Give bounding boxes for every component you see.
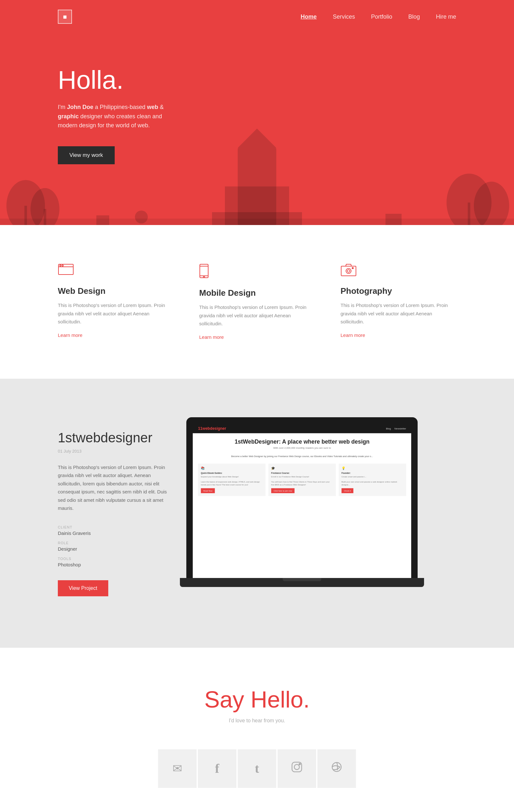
hero-section: Holla. I'm John Doe a Philippines-based … xyxy=(0,0,514,225)
web-design-title: Web Design xyxy=(58,286,174,296)
svg-point-30 xyxy=(299,763,300,765)
wd-card-3-desc: Create smart and passive i... xyxy=(341,475,403,478)
client-value: Dainis Graveris xyxy=(58,530,167,536)
navigation: ■ Home Services Portfolio Blog Hire me xyxy=(0,0,514,33)
wd-card-2-desc: Enroll in our Freelance Web Design Cours… xyxy=(271,475,333,478)
services-section: Web Design This is Photoshop's version o… xyxy=(0,225,514,379)
web-design-desc: This is Photoshop's version of Lorem Ips… xyxy=(58,301,174,326)
svg-point-18 xyxy=(62,265,63,266)
nav-logo[interactable]: ■ xyxy=(58,10,72,24)
wd-card-1-title: Quick Ebook Guides: xyxy=(201,471,263,474)
hero-title: Holla. xyxy=(58,67,167,93)
social-twitter[interactable]: t xyxy=(238,749,276,788)
laptop-base xyxy=(180,578,424,587)
hero-description: I'm John Doe a Philippines-based web & g… xyxy=(58,103,167,130)
wd-nav-blog[interactable]: Blog xyxy=(386,427,391,430)
portfolio-title: 1stwebdesigner xyxy=(58,430,167,445)
twitter-icon: t xyxy=(255,761,259,776)
tools-value: Photoshop xyxy=(58,562,167,568)
laptop-mockup: 11webdesigner Blog Newsletter 1stWebDesi… xyxy=(186,417,418,578)
wd-card-3-body: Build your own smart and passive a web d… xyxy=(341,480,403,486)
portfolio-date: 01 July 2013 xyxy=(58,449,167,454)
svg-point-17 xyxy=(60,265,61,266)
contact-section: Say Hello. I'd love to hear from you. ✉ … xyxy=(0,648,514,812)
social-icons-row: ✉ f t xyxy=(58,749,456,788)
photography-desc: This is Photoshop's version of Lorem Ips… xyxy=(340,301,456,326)
view-project-button[interactable]: View Project xyxy=(58,580,108,596)
nav-services[interactable]: Services xyxy=(333,13,355,20)
tools-label: TOOLS xyxy=(58,557,167,561)
service-web-design: Web Design This is Photoshop's version o… xyxy=(58,264,174,340)
svg-rect-14 xyxy=(0,219,514,225)
wd-card-2-body: You will learn how to find Three Clients… xyxy=(271,480,333,486)
svg-marker-5 xyxy=(238,128,276,148)
nav-home[interactable]: Home xyxy=(301,13,317,20)
portfolio-description: This is Photoshop's version of Lorem Ips… xyxy=(58,463,167,513)
web-design-link[interactable]: Learn more xyxy=(58,332,83,338)
service-photography: Photography This is Photoshop's version … xyxy=(340,264,456,340)
social-instagram[interactable] xyxy=(278,749,316,788)
role-value: Designer xyxy=(58,546,167,552)
nav-blog[interactable]: Blog xyxy=(408,13,420,20)
wd-subline: With over 2,000,000 monthly readers you … xyxy=(198,446,406,449)
mobile-design-title: Mobile Design xyxy=(199,288,315,298)
wd-card-2: 🎓 Freelance Course: Enroll in our Freela… xyxy=(268,464,336,496)
mobile-design-icon xyxy=(199,264,315,282)
wd-headline: 1stWebDesigner: A place where better web… xyxy=(198,438,406,445)
photography-icon xyxy=(340,264,456,280)
svg-point-23 xyxy=(203,277,205,278)
svg-point-27 xyxy=(352,267,353,269)
portfolio-section: 1stwebdesigner 01 July 2013 This is Phot… xyxy=(0,379,514,648)
wd-logo: 11webdesigner xyxy=(198,426,226,430)
portfolio-info: 1stwebdesigner 01 July 2013 This is Phot… xyxy=(0,417,167,609)
contact-title: Say Hello. xyxy=(58,686,456,713)
instagram-icon xyxy=(291,761,303,776)
hero-content: Holla. I'm John Doe a Philippines-based … xyxy=(0,22,225,203)
wd-intro: Become a better Web Designer by joining … xyxy=(198,455,406,458)
dribbble-icon xyxy=(331,761,342,776)
wd-card-3: 💡 Founder: Create smart and passive i...… xyxy=(339,464,406,496)
wd-card-3-title: Founder: xyxy=(341,471,403,474)
laptop-container: 11webdesigner Blog Newsletter 1stWebDesi… xyxy=(167,417,514,587)
web-design-icon xyxy=(58,264,174,280)
wd-card-1-btn[interactable]: Read Now xyxy=(201,488,215,493)
social-dribbble[interactable] xyxy=(318,749,356,788)
wd-card-2-title: Freelance Course: xyxy=(271,471,333,474)
email-icon: ✉ xyxy=(173,762,182,775)
hero-cta-button[interactable]: View my work xyxy=(58,146,115,164)
svg-point-25 xyxy=(346,268,351,273)
wd-card-2-btn[interactable]: Click here to join now xyxy=(271,488,295,493)
mobile-design-desc: This is Photoshop's version of Lorem Ips… xyxy=(199,303,315,328)
wd-card-1: 📚 Quick Ebook Guides: Expand your knowle… xyxy=(198,464,266,496)
role-label: ROLE xyxy=(58,541,167,545)
social-facebook[interactable]: f xyxy=(198,749,237,788)
mobile-design-link[interactable]: Learn more xyxy=(199,334,224,340)
nav-links: Home Services Portfolio Blog Hire me xyxy=(301,13,456,20)
social-email[interactable]: ✉ xyxy=(158,749,196,788)
svg-point-26 xyxy=(347,270,350,272)
client-label: CLIENT xyxy=(58,525,167,529)
svg-point-29 xyxy=(294,764,299,770)
contact-subtitle: I'd love to hear from you. xyxy=(58,718,456,724)
photography-link[interactable]: Learn more xyxy=(340,332,365,338)
laptop-screen: 11webdesigner Blog Newsletter 1stWebDesi… xyxy=(193,424,411,578)
nav-portfolio[interactable]: Portfolio xyxy=(371,13,392,20)
nav-hireme[interactable]: Hire me xyxy=(436,13,456,20)
photography-title: Photography xyxy=(340,286,456,296)
service-mobile-design: Mobile Design This is Photoshop's versio… xyxy=(199,264,315,340)
facebook-icon: f xyxy=(215,761,219,776)
wd-card-3-btn[interactable]: Check it xyxy=(341,488,353,493)
wd-card-1-body: Learn the basics of responsive web desig… xyxy=(201,480,263,486)
wd-nav-newsletter[interactable]: Newsletter xyxy=(394,427,406,430)
wd-card-1-desc: Expand your knowledge about Web Design! xyxy=(201,475,263,478)
portfolio-meta: CLIENT Dainis Graveris ROLE Designer TOO… xyxy=(58,525,167,568)
svg-rect-24 xyxy=(341,266,356,276)
